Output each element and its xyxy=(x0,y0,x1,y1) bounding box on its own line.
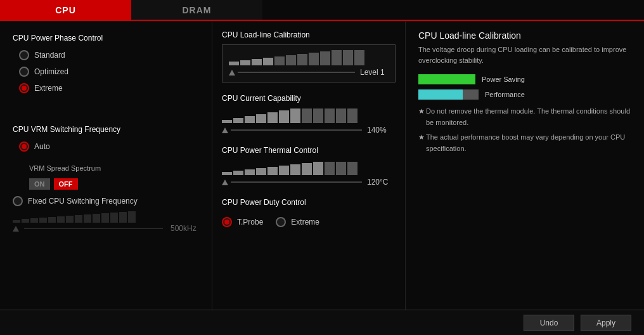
vrm-auto-label: Auto xyxy=(34,142,50,151)
freq-value: 500kHz xyxy=(171,224,199,233)
right-panel: CPU Load-line Calibration The voltage dr… xyxy=(406,21,644,310)
right-desc: The voltage droop during CPU loading can… xyxy=(418,44,631,65)
phase-radio-group: Standard Optimized Extreme xyxy=(19,50,199,93)
left-panel: CPU Power Phase Control Standard Optimiz… xyxy=(0,21,212,310)
current-pointer-row: 140% xyxy=(222,126,396,135)
radio-extreme-outer xyxy=(19,83,29,93)
freq-slider-line xyxy=(24,228,163,229)
current-line xyxy=(231,129,362,131)
radio-auto-inner xyxy=(22,144,27,149)
current-title: CPU Current Capability xyxy=(222,94,396,103)
phase-extreme[interactable]: Extreme xyxy=(19,83,199,93)
legend-power-saving: Power Saving xyxy=(418,74,631,84)
main-content: CPU Power Phase Control Standard Optimiz… xyxy=(0,21,644,310)
current-section: CPU Current Capability 140% xyxy=(222,94,396,135)
duty-extreme[interactable]: Extreme xyxy=(276,217,319,227)
toggle-row: ON OFF xyxy=(29,178,199,190)
phase-standard-label: Standard xyxy=(34,51,65,60)
fixed-freq-label: Fixed CPU Switching Frequency xyxy=(28,197,138,206)
tab-dram[interactable]: DRAM xyxy=(131,0,262,20)
radio-extreme-inner xyxy=(22,86,27,91)
thermal-steps xyxy=(222,160,396,175)
radio-tprobe-inner xyxy=(224,220,229,225)
phase-standard[interactable]: Standard xyxy=(19,50,199,60)
loadline-title: CPU Load-line Calibration xyxy=(222,30,396,39)
duty-extreme-label: Extreme xyxy=(291,218,319,227)
thermal-value: 120°C xyxy=(367,178,396,187)
notes-list: Do not remove the thermal module. The th… xyxy=(418,106,631,154)
loadline-steps xyxy=(229,50,389,65)
radio-standard-outer xyxy=(19,50,29,60)
tab-bar: CPU DRAM xyxy=(0,0,644,21)
duty-radio-row: T.Probe Extreme xyxy=(222,212,396,232)
thermal-section: CPU Power Thermal Control 120°C xyxy=(222,146,396,187)
radio-fixed-outer xyxy=(13,196,23,206)
duty-title: CPU Power Duty Control xyxy=(222,198,396,207)
legend-gray-bar xyxy=(463,89,479,100)
fixed-freq-slider: 500kHz xyxy=(13,211,199,233)
vrm-auto[interactable]: Auto xyxy=(19,141,199,152)
vrm-spread-row: VRM Spread Spectrum xyxy=(29,164,199,172)
freq-step-bars xyxy=(13,211,199,223)
current-value: 140% xyxy=(367,126,396,135)
legend-green-bar xyxy=(418,74,475,84)
loadline-pointer-row: Level 1 xyxy=(229,68,389,77)
vrm-title: CPU VRM Switching Frequency xyxy=(13,125,199,134)
loadline-line xyxy=(238,72,355,73)
undo-button[interactable]: Undo xyxy=(524,315,574,331)
phase-optimized-label: Optimized xyxy=(34,67,68,76)
current-steps xyxy=(222,108,396,123)
loadline-section: CPU Load-line Calibration xyxy=(222,30,396,82)
legend-cyan-bar xyxy=(418,89,463,100)
loadline-value: Level 1 xyxy=(360,68,389,77)
thermal-handle[interactable] xyxy=(222,180,228,185)
toggle-on-button[interactable]: ON xyxy=(29,178,50,190)
bottom-bar: Undo Apply xyxy=(0,310,644,335)
phase-extreme-label: Extreme xyxy=(34,84,63,93)
loadline-slider-box: Level 1 xyxy=(222,44,396,82)
radio-auto-outer xyxy=(19,141,29,152)
duty-tprobe[interactable]: T.Probe xyxy=(222,217,263,227)
thermal-title: CPU Power Thermal Control xyxy=(222,146,396,155)
right-title: CPU Load-line Calibration xyxy=(418,30,631,41)
fixed-freq-option[interactable]: Fixed CPU Switching Frequency xyxy=(13,196,199,206)
note-1: Do not remove the thermal module. The th… xyxy=(418,106,631,128)
note-2: The actual performance boost may vary de… xyxy=(418,132,631,154)
current-handle[interactable] xyxy=(222,128,228,133)
middle-panel: CPU Load-line Calibration xyxy=(212,21,406,310)
legend-performance-label: Performance xyxy=(485,91,525,98)
toggle-off-button[interactable]: OFF xyxy=(54,178,78,190)
legend-power-saving-label: Power Saving xyxy=(482,76,525,83)
phase-control-title: CPU Power Phase Control xyxy=(13,34,199,43)
radio-duty-extreme-outer xyxy=(276,217,286,227)
radio-optimized-outer xyxy=(19,67,29,77)
tab-cpu[interactable]: CPU xyxy=(0,0,131,20)
fixed-freq-row: Fixed CPU Switching Frequency xyxy=(13,196,199,206)
freq-slider-handle[interactable] xyxy=(13,226,19,232)
thermal-line xyxy=(231,181,362,183)
loadline-handle[interactable] xyxy=(229,70,235,76)
duty-section: CPU Power Duty Control T.Probe Extreme xyxy=(222,198,396,232)
phase-optimized[interactable]: Optimized xyxy=(19,67,199,77)
vrm-radio-group: Auto xyxy=(19,141,199,152)
vrm-spread-label: VRM Spread Spectrum xyxy=(29,164,101,172)
legend-performance: Performance xyxy=(418,89,631,100)
radio-tprobe-outer xyxy=(222,217,232,227)
thermal-pointer-row: 120°C xyxy=(222,178,396,187)
apply-button[interactable]: Apply xyxy=(581,315,631,331)
duty-tprobe-label: T.Probe xyxy=(237,218,263,227)
